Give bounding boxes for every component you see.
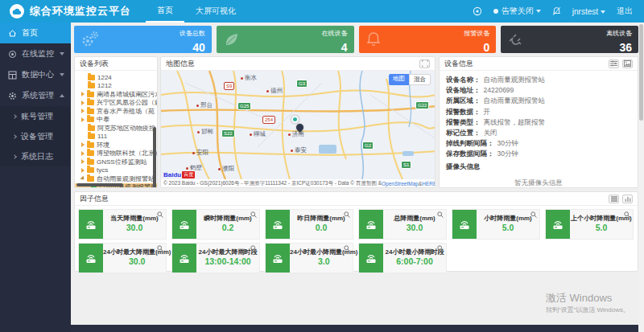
map-city-label: 德州 [266,87,283,95]
params-icon[interactable] [609,59,619,68]
chart-icon[interactable] [622,195,633,203]
device-tree: 1224 1212 南靖县靖城镇南区污水 兴宁区凤凰谷公园（观 宜春水产养殖场（… [75,71,157,187]
factor-card: 24小时最大降雨时段13:00-14:00 [171,243,260,273]
page-scrollbar-thumb[interactable] [639,24,643,121]
stat-online-devices: 在线设备4 [217,26,354,53]
logout-button[interactable]: 退出 [617,6,633,17]
tree-item[interactable]: 南靖县靖城镇南区污水 [75,90,157,99]
stat-offline-devices: 离线设备36 [501,26,638,53]
osm-link[interactable]: OpenStreetMap [382,181,419,186]
tree-item[interactable]: 博望物联科技（北京） [75,150,157,158]
sidebar-submenu: 账号管理 设备管理 系统日志 [0,106,71,166]
folder-icon [88,83,95,88]
tree-item[interactable]: 1212 [75,82,157,91]
chevron-right-icon [12,154,17,159]
route-shield: G3 [296,80,308,88]
stat-total-devices: 设备总数40 [74,26,212,53]
chevron-up-icon [60,94,64,97]
magnifier-icon[interactable] [157,211,163,218]
device-marker-online[interactable] [291,116,299,123]
expand-icon[interactable] [419,59,430,68]
tree-item[interactable]: 1224 [75,73,157,82]
expander-icon[interactable] [81,109,85,113]
route-shield: G22 [415,101,429,109]
gear-icon [8,92,17,100]
magnifier-icon[interactable] [437,245,444,252]
chevron-right-icon [12,134,17,139]
leaf-icon [223,31,241,48]
route-shield: G2 [362,141,374,150]
cloud-logo-icon [10,4,24,18]
sidebar-item-data-center[interactable]: 数据中心 [0,64,71,85]
tree-vertical-scrollbar[interactable] [153,127,156,187]
magnifier-icon[interactable] [437,211,444,218]
sidebar-item-system-mgmt[interactable]: 系统管理 [0,85,71,106]
route-shield: G25 [237,102,251,110]
map-city-label: 衡水 [241,74,257,82]
expander-icon[interactable] [81,159,85,164]
magnifier-icon[interactable] [250,211,257,218]
info-row: 所属区域：自动雨量观测报警站 [446,96,631,106]
map-city-label: 济南 [288,130,304,138]
tree-item[interactable]: 中泰 [75,116,157,125]
magnifier-icon[interactable] [250,245,257,252]
sidebar-item-account-mgmt[interactable]: 账号管理 [0,106,71,126]
info-row: 报警数据：开 [446,107,631,117]
factor-card: 昨日降雨量(mm)0.0 [265,209,353,240]
tree-item[interactable]: tycs [75,166,157,175]
alarm-toggle[interactable]: 告警关闭 [493,6,541,17]
map-city-label: 安阳 [192,149,208,157]
factor-card: 24小时最小降雨量(mm)3.0 [265,243,353,273]
gears-icon [80,31,100,48]
magnifier-icon[interactable] [530,211,537,218]
sidebar-item-online-monitor[interactable]: 在线监控 [0,43,71,64]
tree-item[interactable]: 兴宁区凤凰谷公园（观 [75,99,157,108]
tree-item[interactable]: 环境 [75,141,157,150]
map-canvas[interactable]: 衡水 德州 邢台 邯郸 聊城 安阳 鹤壁 濮阳 济南 泰安 S9 G25 254… [161,71,435,187]
tree-item[interactable]: 宜春水产养殖场（苑 [75,107,157,116]
magnifier-icon[interactable] [344,211,350,218]
expander-icon[interactable] [81,142,85,147]
magnifier-icon[interactable] [624,211,630,218]
plug-icon [507,31,525,48]
expander-icon[interactable] [81,151,85,156]
sidebar-item-system-log[interactable]: 系统日志 [0,146,71,166]
magnifier-icon[interactable] [344,245,350,252]
image-icon[interactable] [622,59,633,68]
top-menu-bigscreen[interactable]: 大屏可视化 [184,0,247,23]
list-icon[interactable] [609,195,619,203]
tree-item[interactable]: GNSS位移监测站 [75,158,157,166]
chevron-right-icon [12,114,17,119]
app-title: 综合环境监控云平台 [30,4,131,18]
expander-icon[interactable] [81,117,85,122]
info-row: 掉线判断间隔：30分钟 [446,138,631,149]
sidebar-item-home[interactable]: 首页 [0,23,71,43]
mute-bell-icon[interactable] [552,6,561,16]
sidebar-item-device-mgmt[interactable]: 设备管理 [0,126,71,146]
device-info-fields: 设备名称：自动雨量观测报警站 设备地址：24220699 所属区域：自动雨量观测… [440,71,638,160]
here-link[interactable]: HERE [422,181,435,186]
tree-horizontal-scrollbar[interactable] [76,183,123,186]
factor-card: 24小时最小降雨时段6:00-7:00 [358,243,447,273]
expander-icon[interactable] [81,92,85,96]
top-menu-home[interactable]: 首页 [146,0,184,23]
page-scrollbar[interactable] [638,23,644,332]
magnifier-icon[interactable] [157,245,163,252]
map-type-hybrid-button[interactable]: 混合 [409,74,431,85]
sensor-icon [452,210,477,239]
map-type-map-button[interactable]: 地图 [389,74,409,85]
tree-item[interactable]: 111 [75,133,157,141]
expander-icon[interactable] [81,168,85,173]
info-row: 设备名称：自动雨量观测报警站 [446,75,631,85]
sensor-icon [359,210,383,239]
tree-item[interactable]: 自动雨量观测报警站 [75,174,157,183]
folder-icon [87,159,94,165]
service-icon[interactable] [473,6,482,16]
factor-card: 总降雨量(mm)30.0 [358,209,447,240]
user-menu[interactable]: jnrstest [572,7,605,16]
expander-icon[interactable] [81,100,85,105]
tree-item[interactable]: 阿克苏地区动物疫控 [75,124,157,133]
expander-open-icon[interactable] [80,176,85,182]
factor-card: 当天降雨量(mm)30.0 [78,209,167,240]
route-shield: S9 [224,82,234,90]
